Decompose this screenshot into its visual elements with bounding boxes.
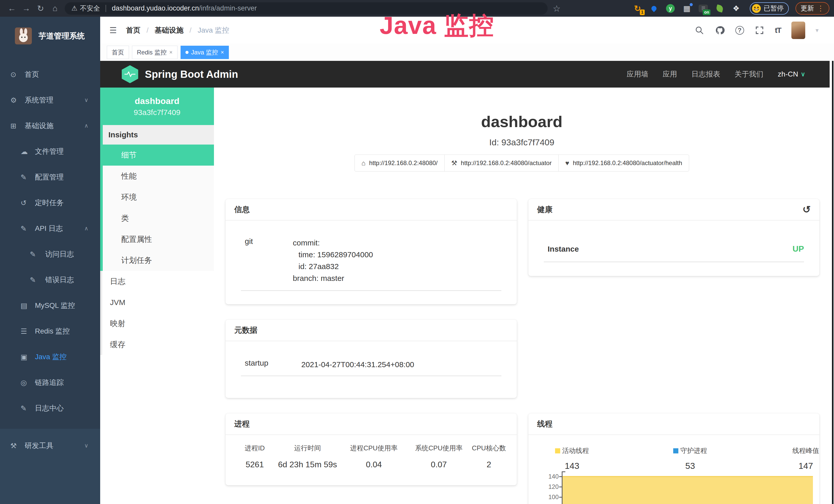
- browser-menu-icon[interactable]: ⋮: [817, 4, 824, 13]
- extension-leaf-icon[interactable]: [715, 4, 725, 13]
- legend-blue-swatch: [673, 448, 678, 453]
- history-icon[interactable]: ↺: [803, 204, 811, 215]
- extension-list-icon[interactable]: ☰ on: [698, 4, 708, 13]
- sidebar-item-file-management[interactable]: ☁ 文件管理: [0, 139, 100, 164]
- card-title: 线程: [537, 419, 552, 429]
- service-url-button[interactable]: ⌂ http://192.168.0.2:48080/: [354, 155, 445, 171]
- sba-item-jvm[interactable]: JVM: [102, 292, 214, 313]
- tab-redis-monitor[interactable]: Redis 监控 ×: [132, 46, 177, 59]
- tab-label: Java 监控: [191, 48, 218, 56]
- extensions-puzzle-icon[interactable]: ❖: [731, 4, 741, 13]
- sba-brand[interactable]: Spring Boot Admin: [122, 65, 238, 83]
- sba-item-metrics[interactable]: 性能: [103, 166, 214, 187]
- home-dashboard-icon: ⊙: [10, 70, 22, 79]
- extension-grid-icon[interactable]: ▦: [682, 4, 692, 13]
- pin-shape: [650, 5, 658, 12]
- tab-java-monitor[interactable]: Java 监控 ×: [180, 46, 229, 59]
- user-avatar[interactable]: [791, 22, 805, 39]
- browser-profile-button[interactable]: 已暂停: [750, 2, 789, 15]
- card-metadata: 元数据 startup 2021-04-27T00:44:31.254+08:0…: [225, 320, 517, 398]
- close-icon[interactable]: ×: [169, 49, 173, 56]
- sidebar-item-tracing[interactable]: ◎ 链路追踪: [0, 370, 100, 395]
- browser-reload-icon[interactable]: ↻: [34, 4, 48, 13]
- fullscreen-icon[interactable]: [754, 25, 765, 36]
- legend-daemon-threads: 守护进程 53: [657, 446, 724, 471]
- sidebar-item-label: 日志中心: [35, 403, 64, 413]
- screen: ← → ↻ ⌂ ⚠ 不安全 dashboard.yudao.iocoder.cn…: [0, 0, 834, 504]
- scrollbar-thumb[interactable]: [832, 61, 833, 504]
- tab-home[interactable]: 首页: [107, 46, 129, 59]
- admin-menu: ⊙ 首页 ⚙ 系统管理 ∨ ⊞ 基础设施 ∧ ☁ 文件管理 ✎ 配置管理: [0, 55, 100, 421]
- extension-pin-icon[interactable]: [649, 4, 659, 13]
- browser-forward-icon[interactable]: →: [19, 4, 34, 13]
- y-tickmark: [559, 486, 562, 487]
- breadcrumb-home[interactable]: 首页: [126, 26, 140, 34]
- admin-sidebar: 芋道管理系统 ⊙ 首页 ⚙ 系统管理 ∨ ⊞ 基础设施 ∧ ☁ 文件管理 ✎: [0, 17, 100, 504]
- metadata-startup-value: 2021-04-27T00:44:31.254+08:00: [301, 359, 414, 370]
- sidebar-item-java-monitor[interactable]: ▣ Java 监控: [0, 344, 100, 370]
- scrollbar-track[interactable]: [830, 61, 834, 504]
- legend-peak-threads: 线程峰值 147: [772, 446, 819, 471]
- sidebar-item-system-management[interactable]: ⚙ 系统管理 ∨: [0, 87, 100, 113]
- health-url-button[interactable]: ♥ http://192.168.0.2:48080/actuator/heal…: [558, 155, 689, 171]
- sidebar-item-home[interactable]: ⊙ 首页: [0, 62, 100, 87]
- sba-item-scheduled-tasks[interactable]: 计划任务: [103, 250, 214, 271]
- page-title: dashboard: [214, 112, 830, 131]
- sidebar-item-config-management[interactable]: ✎ 配置管理: [0, 164, 100, 190]
- sba-item-classes[interactable]: 类: [103, 208, 214, 229]
- sidebar-item-redis-monitor[interactable]: ☰ Redis 监控: [0, 318, 100, 344]
- extension-refresh-icon[interactable]: ↻ 1: [633, 4, 642, 13]
- bookmark-star-icon[interactable]: ☆: [553, 3, 561, 14]
- sidebar-item-dev-tools[interactable]: ⚒ 研发工具 ∨: [0, 433, 100, 459]
- sba-nav-applications[interactable]: 应用: [663, 69, 677, 79]
- sidebar-item-access-logs[interactable]: ✎ 访问日志: [0, 241, 100, 267]
- page-instance-id: Id: 93a3fc7f7409: [214, 137, 830, 147]
- health-instance-label: Instance: [548, 245, 579, 253]
- sba-item-mappings[interactable]: 映射: [102, 313, 214, 334]
- sba-nav-wall[interactable]: 应用墙: [627, 69, 648, 79]
- font-size-icon[interactable]: tT: [775, 26, 781, 35]
- close-icon[interactable]: ×: [221, 49, 224, 56]
- info-key-git: git: [245, 237, 253, 246]
- browser-update-button[interactable]: 更新 ⋮: [795, 2, 829, 15]
- tags-view-bar: 首页 Redis 监控 × Java 监控 ×: [100, 44, 834, 61]
- locale-label: zh-CN: [778, 70, 798, 78]
- not-secure-label[interactable]: 不安全: [80, 4, 100, 13]
- sidebar-item-label: 文件管理: [35, 146, 64, 156]
- sba-nav-journal[interactable]: 日志报表: [692, 69, 720, 79]
- heartbeat-icon: ♥: [565, 159, 569, 167]
- sidebar-item-label: 基础设施: [25, 121, 53, 131]
- sidebar-item-label: 首页: [25, 70, 39, 79]
- legend-value: 143: [539, 461, 606, 471]
- sba-item-details[interactable]: 细节: [103, 144, 214, 166]
- sidebar-item-log-center[interactable]: ✎ 日志中心: [0, 395, 100, 421]
- col-header: 进程ID: [236, 444, 274, 453]
- sidebar-item-error-logs[interactable]: ✎ 错误日志: [0, 267, 100, 293]
- sidebar-item-api-logs[interactable]: ✎ API 日志 ∧: [0, 216, 100, 241]
- breadcrumb-section[interactable]: 基础设施: [155, 26, 183, 34]
- browser-back-icon[interactable]: ←: [5, 4, 19, 13]
- sba-instance-header[interactable]: dashboard 93a3fc7f7409: [100, 88, 214, 125]
- help-icon[interactable]: ?: [736, 26, 744, 35]
- browser-home-icon[interactable]: ⌂: [48, 4, 62, 13]
- sidebar-item-infrastructure[interactable]: ⊞ 基础设施 ∧: [0, 113, 100, 139]
- extension-y-icon[interactable]: y: [665, 4, 675, 13]
- sidebar-collapse-icon[interactable]: ☰: [109, 25, 117, 35]
- user-menu-caret-icon[interactable]: ▾: [815, 27, 818, 34]
- info-value-block: commit: time: 1596289704000 id: 27aa832 …: [293, 237, 373, 284]
- actuator-url-button[interactable]: ⚒ http://192.168.0.2:48080/actuator: [444, 155, 559, 171]
- app-logo-row[interactable]: 芋道管理系统: [0, 17, 100, 55]
- sba-item-caches[interactable]: 缓存: [102, 334, 214, 355]
- breadcrumb-separator: /: [147, 26, 149, 34]
- sba-item-environment[interactable]: 环境: [103, 187, 214, 208]
- sba-root-items: 日志 JVM 映射 缓存: [100, 271, 214, 355]
- search-icon[interactable]: [694, 25, 705, 36]
- github-icon[interactable]: [715, 25, 725, 36]
- sidebar-item-mysql-monitor[interactable]: ▤ MySQL 监控: [0, 293, 100, 318]
- sba-item-logs[interactable]: 日志: [102, 271, 214, 292]
- sba-nav-about[interactable]: 关于我们: [734, 69, 763, 79]
- sba-locale-select[interactable]: zh-CN ∨: [778, 70, 805, 78]
- insights-section-label: Insights: [103, 125, 214, 144]
- sba-item-config-props[interactable]: 配置属性: [103, 229, 214, 250]
- sidebar-item-scheduled-jobs[interactable]: ↺ 定时任务: [0, 190, 100, 216]
